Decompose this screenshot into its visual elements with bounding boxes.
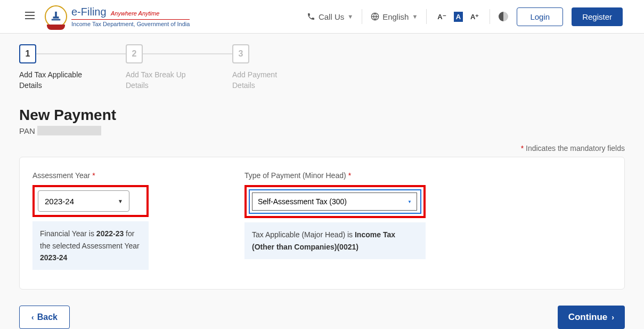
pay-hint: Tax Applicable (Major Head) is Income Ta… bbox=[244, 222, 426, 259]
step-2-label: Add Tax Break Up Details bbox=[126, 70, 195, 91]
font-increase-button[interactable]: A⁺ bbox=[468, 12, 481, 22]
pan-label: PAN bbox=[19, 126, 35, 135]
chevron-left-icon: ‹ bbox=[31, 313, 34, 322]
login-button[interactable]: Login bbox=[517, 7, 563, 26]
payment-type-group: Type of Payment (Minor Head)* Self-Asses… bbox=[244, 171, 426, 270]
star-icon: * bbox=[92, 171, 95, 180]
step-connector bbox=[36, 53, 126, 54]
font-size-controls: A⁻ A A⁺ bbox=[435, 12, 481, 22]
step-3-label: Add Payment Details bbox=[232, 70, 301, 91]
ay-hint: Financial Year is 2022-23 for the select… bbox=[32, 221, 149, 270]
divider bbox=[490, 9, 490, 24]
mandatory-note: * Indicates the mandatory fields bbox=[19, 144, 625, 153]
assessment-year-label: Assessment Year* bbox=[32, 171, 149, 180]
contrast-toggle-icon[interactable] bbox=[499, 12, 508, 21]
step-1-number: 1 bbox=[19, 44, 36, 63]
emblem-icon bbox=[45, 5, 67, 28]
brand-text: e-Filing Anywhere Anytime Income Tax Dep… bbox=[71, 6, 190, 27]
font-normal-button[interactable]: A bbox=[454, 12, 463, 22]
footer-row: ‹ Back Continue › bbox=[19, 306, 625, 329]
chevron-down-icon: ▼ bbox=[347, 13, 353, 20]
pan-value-masked bbox=[37, 126, 101, 135]
font-decrease-button[interactable]: A⁻ bbox=[435, 12, 448, 22]
pay-label-text: Type of Payment (Minor Head) bbox=[244, 171, 346, 180]
brand-tagline: Anywhere Anytime bbox=[111, 10, 159, 17]
pan-row: PAN bbox=[19, 126, 625, 135]
pay-highlight: Self-Assessment Tax (300) ▼ bbox=[244, 185, 426, 218]
call-us-label: Call Us bbox=[319, 12, 344, 21]
ay-highlight: 2023-24 ▼ bbox=[32, 185, 149, 217]
main-content: 1 Add Tax Applicable Details 2 Add Tax B… bbox=[0, 34, 644, 329]
chevron-right-icon: › bbox=[612, 313, 614, 322]
chevron-down-icon: ▼ bbox=[412, 13, 418, 20]
top-header: e-Filing Anywhere Anytime Income Tax Dep… bbox=[0, 0, 644, 34]
brand-logo[interactable]: e-Filing Anywhere Anytime Income Tax Dep… bbox=[45, 5, 190, 28]
svg-rect-4 bbox=[53, 17, 59, 19]
step-1-label: Add Tax Applicable Details bbox=[19, 70, 88, 91]
brand-title: e-Filing bbox=[71, 6, 107, 18]
divider bbox=[426, 9, 427, 24]
step-connector bbox=[143, 53, 232, 54]
call-us-button[interactable]: Call Us ▼ bbox=[307, 12, 353, 21]
form-card: Assessment Year* 2023-24 ▼ Financial Yea… bbox=[19, 157, 625, 290]
assessment-year-group: Assessment Year* 2023-24 ▼ Financial Yea… bbox=[32, 171, 149, 270]
step-1: 1 Add Tax Applicable Details bbox=[19, 44, 126, 91]
svg-rect-3 bbox=[55, 12, 57, 17]
menu-icon[interactable] bbox=[21, 7, 38, 26]
step-3-number: 3 bbox=[232, 44, 249, 63]
step-2: 2 Add Tax Break Up Details bbox=[126, 44, 232, 91]
phone-icon bbox=[307, 12, 315, 21]
language-button[interactable]: English ▼ bbox=[371, 12, 418, 21]
star-icon: * bbox=[348, 171, 351, 180]
stepper: 1 Add Tax Applicable Details 2 Add Tax B… bbox=[19, 44, 625, 91]
ay-hint-fy: 2022-23 bbox=[96, 229, 124, 238]
payment-type-select[interactable]: Self-Assessment Tax (300) bbox=[252, 192, 417, 211]
continue-button[interactable]: Continue › bbox=[558, 306, 625, 329]
assessment-year-select[interactable]: 2023-24 bbox=[38, 190, 129, 212]
mandatory-note-text: Indicates the mandatory fields bbox=[526, 144, 625, 153]
header-right: Call Us ▼ English ▼ A⁻ A A⁺ Login Regist… bbox=[307, 7, 623, 26]
star-icon: * bbox=[521, 144, 524, 153]
register-button[interactable]: Register bbox=[572, 7, 623, 26]
ay-label-text: Assessment Year bbox=[32, 171, 90, 180]
language-label: English bbox=[382, 12, 409, 21]
pay-hint-prefix: Tax Applicable (Major Head) is bbox=[252, 230, 355, 239]
ay-hint-ay: 2023-24 bbox=[40, 253, 67, 262]
divider bbox=[362, 9, 362, 24]
back-button[interactable]: ‹ Back bbox=[19, 306, 70, 329]
brand-dept: Income Tax Department, Government of Ind… bbox=[71, 19, 190, 27]
page-title: New Payment bbox=[19, 107, 625, 124]
svg-rect-5 bbox=[52, 19, 61, 21]
ay-hint-prefix: Financial Year is bbox=[40, 229, 96, 238]
continue-label: Continue bbox=[568, 312, 608, 323]
header-left: e-Filing Anywhere Anytime Income Tax Dep… bbox=[21, 5, 190, 28]
payment-type-label: Type of Payment (Minor Head)* bbox=[244, 171, 426, 180]
step-3: 3 Add Payment Details bbox=[232, 44, 339, 91]
back-label: Back bbox=[37, 312, 58, 322]
step-2-number: 2 bbox=[126, 44, 143, 63]
globe-icon bbox=[371, 12, 379, 21]
pay-focus-ring: Self-Assessment Tax (300) ▼ bbox=[249, 189, 421, 214]
